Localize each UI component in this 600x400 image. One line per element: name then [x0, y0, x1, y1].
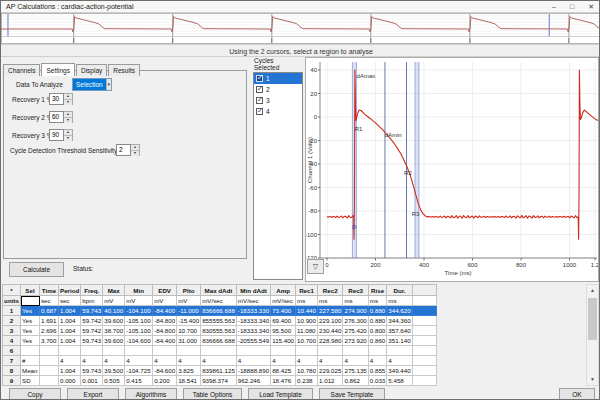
spinner-down-icon[interactable]: ▼	[64, 136, 72, 141]
cell-sel[interactable]: Mean	[21, 366, 40, 376]
recovery1-value[interactable]: 30	[49, 93, 64, 105]
cell[interactable]: 0.001	[81, 376, 103, 386]
cycles-listbox[interactable]: ✓1✓2✓3✓4	[253, 72, 303, 280]
cell[interactable]	[368, 346, 386, 356]
save-template-button[interactable]: Save Template	[319, 388, 385, 400]
cell[interactable]: -18333.330	[236, 306, 270, 316]
recovery1-spinner[interactable]: 30 ▲▼	[49, 93, 73, 105]
cell[interactable]	[81, 346, 103, 356]
cell[interactable]: 1.004	[59, 316, 81, 326]
unit-cell[interactable]: bpm	[81, 296, 103, 306]
algorithms-button[interactable]: Algorithms	[125, 388, 177, 400]
scrollbar-thumb[interactable]	[588, 298, 597, 340]
cell[interactable]	[177, 346, 201, 356]
tab-results[interactable]: Results	[108, 64, 140, 76]
data-to-analyze-combo[interactable]: Selection ▾	[72, 78, 112, 91]
chevron-down-icon[interactable]: ▾	[106, 79, 111, 90]
cell[interactable]: 0.855	[368, 366, 386, 376]
cell[interactable]: 1.012	[318, 376, 343, 386]
cell[interactable]: 4	[201, 356, 237, 366]
cell[interactable]: 39.600	[103, 336, 125, 346]
cell[interactable]: 69.400	[271, 316, 296, 326]
overview-waveform-strip[interactable]	[1, 13, 600, 44]
export-button[interactable]: Export	[67, 388, 119, 400]
chart-autoscale-button[interactable]: ▽	[307, 259, 324, 274]
cell[interactable]: -84.400	[153, 306, 177, 316]
cell[interactable]: 4	[81, 356, 103, 366]
table-row-7[interactable]: 7#44444444444444	[3, 356, 437, 366]
cell[interactable]	[343, 346, 368, 356]
recovery2-spinner[interactable]: 60 ▲▼	[49, 111, 73, 123]
cell-sel[interactable]: Yes	[21, 316, 40, 326]
table-row-3[interactable]: 3Yes2.6961.00459.74238.700-105.100-84.80…	[3, 326, 437, 336]
cell[interactable]: -84.600	[153, 366, 177, 376]
cell[interactable]: 59.742	[81, 326, 103, 336]
unit-cell[interactable]: mV/sec	[271, 296, 296, 306]
cell[interactable]: 1.004	[59, 326, 81, 336]
cell[interactable]: 4	[271, 356, 296, 366]
cell[interactable]: 0.238	[296, 376, 318, 386]
copy-button[interactable]: Copy	[9, 388, 61, 400]
cell[interactable]: 1.004	[59, 336, 81, 346]
cell[interactable]: 4	[59, 356, 81, 366]
table-row-9[interactable]: 9SD0.0000.0010.5050.4150.20018.5419398.3…	[3, 376, 437, 386]
cell[interactable]: 276.300	[343, 316, 368, 326]
load-template-button[interactable]: Load Template	[248, 388, 313, 400]
cell[interactable]: 830555.563	[201, 326, 237, 336]
table-options-button[interactable]: Table Options	[183, 388, 242, 400]
cell[interactable]: 10.700	[296, 336, 318, 346]
cell[interactable]: 88.425	[271, 366, 296, 376]
cycle-item-3[interactable]: ✓3	[254, 95, 302, 106]
cell[interactable]: -104.725	[125, 366, 153, 376]
cell[interactable]: 59.743	[81, 336, 103, 346]
cell[interactable]	[296, 346, 318, 356]
cell[interactable]: 4	[296, 356, 318, 366]
unit-cell[interactable]: ms	[387, 296, 412, 306]
calculate-button[interactable]: Calculate	[9, 262, 64, 277]
cycle-item-4[interactable]: ✓4	[254, 106, 302, 117]
cell[interactable]: 40.100	[103, 306, 125, 316]
cell-sel[interactable]	[21, 346, 40, 356]
cell[interactable]: 0.033	[368, 376, 386, 386]
cell[interactable]: 1.004	[59, 366, 81, 376]
cell[interactable]: -104.600	[125, 336, 153, 346]
cell[interactable]: 9398.374	[201, 376, 237, 386]
cell[interactable]: 10.780	[296, 366, 318, 376]
unit-cell[interactable]: mV/sec	[236, 296, 270, 306]
cell[interactable]: 275.135	[343, 366, 368, 376]
selection-cursor[interactable]	[415, 62, 419, 258]
cell[interactable]: 95.500	[271, 326, 296, 336]
cell[interactable]: 0.415	[125, 376, 153, 386]
unit-cell[interactable]: ms	[368, 296, 386, 306]
cell[interactable]	[387, 346, 412, 356]
cell[interactable]	[59, 346, 81, 356]
cell-sel[interactable]: Yes	[21, 306, 40, 316]
cell[interactable]: 344.360	[387, 316, 412, 326]
cell[interactable]: -84.400	[153, 336, 177, 346]
unit-cell[interactable]: ms	[296, 296, 318, 306]
table-row-6[interactable]: 6	[3, 346, 437, 356]
cell[interactable]: -84.800	[153, 326, 177, 336]
cell[interactable]: -104.100	[125, 306, 153, 316]
unit-cell[interactable]	[21, 296, 40, 306]
cell[interactable]: 3.700	[40, 336, 59, 346]
cell[interactable]: 73.400	[271, 306, 296, 316]
overview-chart[interactable]	[1, 13, 600, 44]
cell[interactable]: 39.500	[103, 366, 125, 376]
cell[interactable]: -20555.549	[236, 336, 270, 346]
cell[interactable]: 4	[343, 356, 368, 366]
cell-sel[interactable]: Yes	[21, 326, 40, 336]
cell[interactable]	[318, 346, 343, 356]
cell[interactable]: 4	[177, 356, 201, 366]
cell[interactable]: 0.880	[368, 306, 386, 316]
analysis-chart[interactable]: 40200-20-40-60-80-100-120020040060080010…	[306, 58, 598, 281]
cycle-item-1[interactable]: ✓1	[254, 73, 302, 84]
cell[interactable]: -105.100	[125, 316, 153, 326]
cell[interactable]: 4	[103, 356, 125, 366]
cell-sel[interactable]: SD	[21, 376, 40, 386]
cell[interactable]: -84.800	[153, 316, 177, 326]
cycle-checkbox[interactable]: ✓	[256, 86, 263, 93]
unit-cell[interactable]: mV	[177, 296, 201, 306]
unit-cell[interactable]: sec	[40, 296, 59, 306]
table-row-8[interactable]: 8Mean1.00459.74339.500-104.725-84.6003.8…	[3, 366, 437, 376]
